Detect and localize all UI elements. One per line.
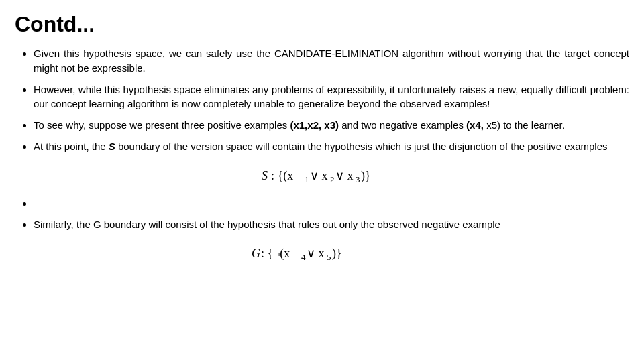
svg-text:5: 5: [327, 252, 331, 262]
bullet4-text: At this point, the S boundary of the ver…: [34, 141, 608, 152]
list-item: At this point, the S boundary of the ver…: [34, 139, 629, 154]
bullet6-text: Similarly, the G boundary will consist o…: [34, 219, 500, 230]
list-item: To see why, suppose we present three pos…: [34, 118, 629, 133]
svg-text:1: 1: [305, 174, 309, 184]
svg-text:S: S: [262, 169, 268, 182]
bullet2-text: However, while this hypothesis space eli…: [34, 84, 629, 110]
page-title: Contd...: [15, 12, 629, 37]
svg-text:: {(x: : {(x: [271, 169, 293, 183]
bold-text: (x4,: [466, 119, 484, 131]
svg-text:3: 3: [356, 174, 360, 184]
svg-text:G: G: [252, 247, 260, 260]
formula-g: G : {¬(x 4 ∨ x 5 )}: [15, 239, 629, 267]
list-item: However, while this hypothesis space eli…: [34, 82, 629, 112]
formula-s: S : {(x 1 ∨ x 2 ∨ x 3 )}: [15, 161, 629, 190]
bullet1-text: Given this hypothesis space, we can safe…: [34, 48, 629, 74]
bold-text: (x1,x2, x3): [290, 119, 339, 131]
svg-text:4: 4: [301, 252, 306, 262]
bullet-list-2: Similarly, the G boundary will consist o…: [15, 196, 629, 233]
svg-text:: {¬(x: : {¬(x: [261, 247, 290, 261]
svg-text:)}: )}: [332, 247, 342, 261]
svg-text:)}: )}: [361, 169, 371, 183]
list-item: Given this hypothesis space, we can safe…: [34, 46, 629, 76]
svg-text:2: 2: [330, 174, 335, 184]
svg-text:∨ x: ∨ x: [310, 169, 328, 182]
svg-text:∨ x: ∨ x: [307, 247, 325, 260]
list-item: [34, 196, 629, 211]
svg-text:∨ x: ∨ x: [335, 169, 354, 182]
s-variable: S: [109, 141, 115, 152]
list-item: Similarly, the G boundary will consist o…: [34, 217, 629, 232]
bullet-list: Given this hypothesis space, we can safe…: [15, 46, 629, 154]
bullet3-text: To see why, suppose we present three pos…: [34, 119, 565, 131]
